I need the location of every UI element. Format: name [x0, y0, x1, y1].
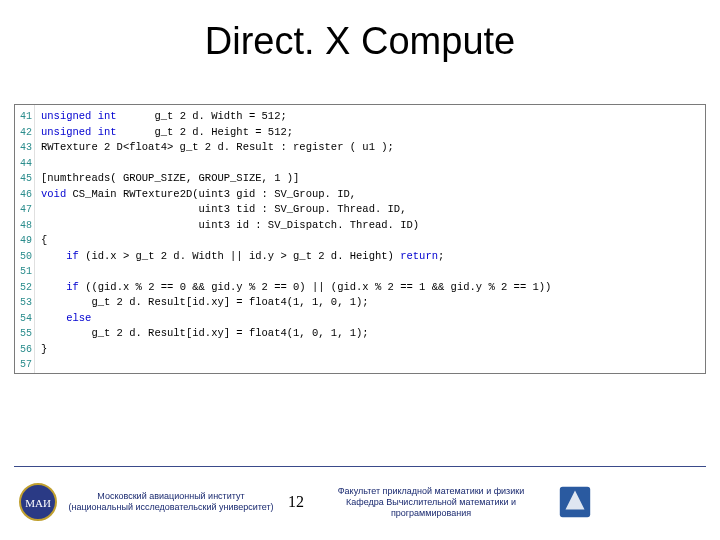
svg-text:МАИ: МАИ	[25, 497, 51, 509]
line-number: 42	[15, 125, 34, 141]
line-number-gutter: 41 42 43 44 45 46 47 48 49 50 51 52 53 5…	[15, 105, 35, 373]
line-number: 54	[15, 311, 34, 327]
line-number: 55	[15, 326, 34, 342]
code-line	[41, 264, 699, 280]
code-line: {	[41, 233, 699, 249]
footer-left-text: Московский авиационный институт (национа…	[66, 491, 276, 513]
line-number: 51	[15, 264, 34, 280]
code-line: unsigned int g_t 2 d. Width = 512;	[41, 109, 699, 125]
footer-right-text: Факультет прикладной математики и физики…	[316, 486, 546, 519]
page-number: 12	[288, 493, 304, 511]
line-number: 43	[15, 140, 34, 156]
code-line: uint3 tid : SV_Group. Thread. ID,	[41, 202, 699, 218]
line-number: 53	[15, 295, 34, 311]
code-line: else	[41, 311, 699, 327]
footer: МАИ Московский авиационный институт (нац…	[0, 472, 720, 532]
line-number: 49	[15, 233, 34, 249]
code-block: 41 42 43 44 45 46 47 48 49 50 51 52 53 5…	[14, 104, 706, 374]
line-number: 45	[15, 171, 34, 187]
line-number: 46	[15, 187, 34, 203]
code-line: RWTexture 2 D<float4> g_t 2 d. Result : …	[41, 140, 699, 156]
code-line: g_t 2 d. Result[id.xy] = float4(1, 1, 0,…	[41, 295, 699, 311]
slide-title: Direct. X Compute	[0, 0, 720, 63]
code-line: g_t 2 d. Result[id.xy] = float4(1, 0, 1,…	[41, 326, 699, 342]
line-number: 52	[15, 280, 34, 296]
code-line	[41, 357, 699, 373]
code-line: [numthreads( GROUP_SIZE, GROUP_SIZE, 1 )…	[41, 171, 699, 187]
slide: Direct. X Compute 41 42 43 44 45 46 47 4…	[0, 0, 720, 540]
code-line: uint3 id : SV_Dispatch. Thread. ID)	[41, 218, 699, 234]
code-line: if (id.x > g_t 2 d. Width || id.y > g_t …	[41, 249, 699, 265]
line-number: 47	[15, 202, 34, 218]
code-line: if ((gid.x % 2 == 0 && gid.y % 2 == 0) |…	[41, 280, 699, 296]
code-line: }	[41, 342, 699, 358]
line-number: 41	[15, 109, 34, 125]
line-number: 44	[15, 156, 34, 172]
code-line: void CS_Main RWTexture2D(uint3 gid : SV_…	[41, 187, 699, 203]
footer-divider	[14, 466, 706, 467]
code-content: unsigned int g_t 2 d. Width = 512;unsign…	[35, 105, 705, 373]
code-line	[41, 156, 699, 172]
mai-logo-icon: МАИ	[18, 482, 58, 522]
code-line: unsigned int g_t 2 d. Height = 512;	[41, 125, 699, 141]
line-number: 48	[15, 218, 34, 234]
line-number: 57	[15, 357, 34, 373]
faculty-logo-icon	[556, 483, 594, 521]
line-number: 50	[15, 249, 34, 265]
line-number: 56	[15, 342, 34, 358]
